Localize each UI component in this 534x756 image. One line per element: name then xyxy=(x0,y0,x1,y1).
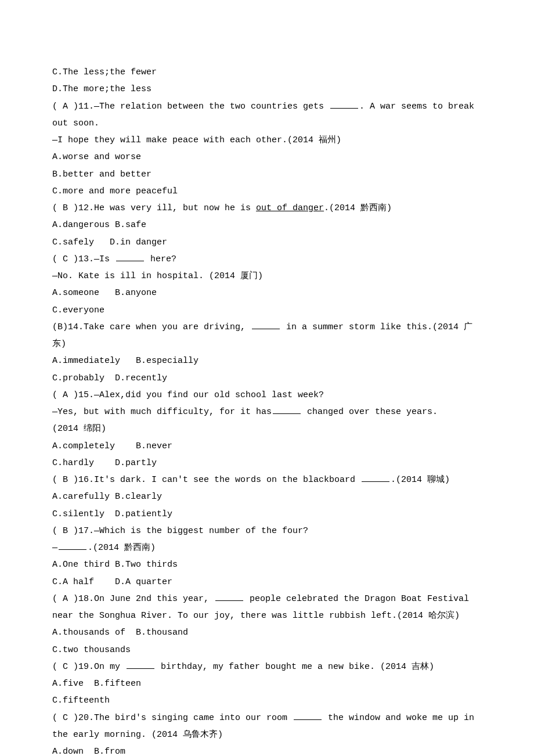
main-question-stem: ( A )11.—The relation between the two co… xyxy=(52,98,482,132)
answer-option: C.The less;the fewer xyxy=(52,64,482,81)
answer-option: B.better and better xyxy=(52,166,482,183)
answer-option: A.immediately B.especially xyxy=(52,352,482,369)
answer-option: C.two thousands xyxy=(52,642,482,658)
answer-option: A.dangerous B.safe xyxy=(52,217,482,233)
main-question-stem: ( A )18.On June 2nd this year, people ce… xyxy=(52,591,482,625)
underlined-phrase: out of danger xyxy=(256,203,324,213)
answer-option: A.completely B.never xyxy=(52,438,482,455)
answer-option: C.everyone xyxy=(52,302,482,319)
main-question-line2: —No. Kate is ill in hospital. (2014 厦门) xyxy=(52,268,482,285)
answer-option: A.someone B.anyone xyxy=(52,285,482,301)
fill-blank xyxy=(362,473,389,482)
main-question-stem: ( A )15.—Alex,did you find our old schoo… xyxy=(52,387,482,404)
fill-blank xyxy=(294,711,322,720)
answer-option: C.more and more peaceful xyxy=(52,183,482,200)
main-question-line3: (2014 绵阳) xyxy=(52,420,482,437)
fill-blank xyxy=(330,99,358,109)
fill-blank xyxy=(116,252,144,261)
main-question-line2: —Yes, but with much difficulty, for it h… xyxy=(52,404,482,420)
answer-option: C.fifteenth xyxy=(52,692,482,709)
answer-option: C.A half D.A quarter xyxy=(52,574,482,591)
main-question-line2: —.(2014 黔西南) xyxy=(52,539,482,556)
answer-option: C.hardly D.partly xyxy=(52,455,482,471)
fill-blank xyxy=(127,660,154,669)
main-question-stem: ( B )17.—Which is the biggest number of … xyxy=(52,523,482,539)
fill-blank xyxy=(252,320,280,329)
answer-option: A.thousands of B.thousand xyxy=(52,624,482,641)
main-question-line2: —I hope they will make peace with each o… xyxy=(52,132,482,149)
answer-option: C.safely D.in danger xyxy=(52,234,482,251)
answer-option: A.carefully B.clearly xyxy=(52,488,482,505)
main-question-stem: ( B )12.He was very ill, but now he is o… xyxy=(52,200,482,217)
main-question-stem: ( C )19.On my birthday, my father bought… xyxy=(52,658,482,675)
main-question-stem: ( B )16.It's dark. I can't see the words… xyxy=(52,471,482,488)
fill-blank xyxy=(273,405,301,414)
main-question-stem: (B)14.Take care when you are driving, in… xyxy=(52,319,482,353)
answer-option: C.probably D.recently xyxy=(52,370,482,387)
answer-option: C.silently D.patiently xyxy=(52,506,482,523)
answer-option: D.The more;the less xyxy=(52,81,482,98)
fill-blank xyxy=(215,592,243,601)
answer-option: A.down B.from xyxy=(52,743,482,756)
answer-option: A.worse and worse xyxy=(52,149,482,165)
answer-option: A.One third B.Two thirds xyxy=(52,556,482,573)
answer-option: A.five B.fifteen xyxy=(52,675,482,692)
fill-blank xyxy=(59,541,86,550)
main-question-stem: ( C )13.—Is here? xyxy=(52,251,482,268)
main-question-stem: ( C )20.The bird's singing came into our… xyxy=(52,710,482,744)
